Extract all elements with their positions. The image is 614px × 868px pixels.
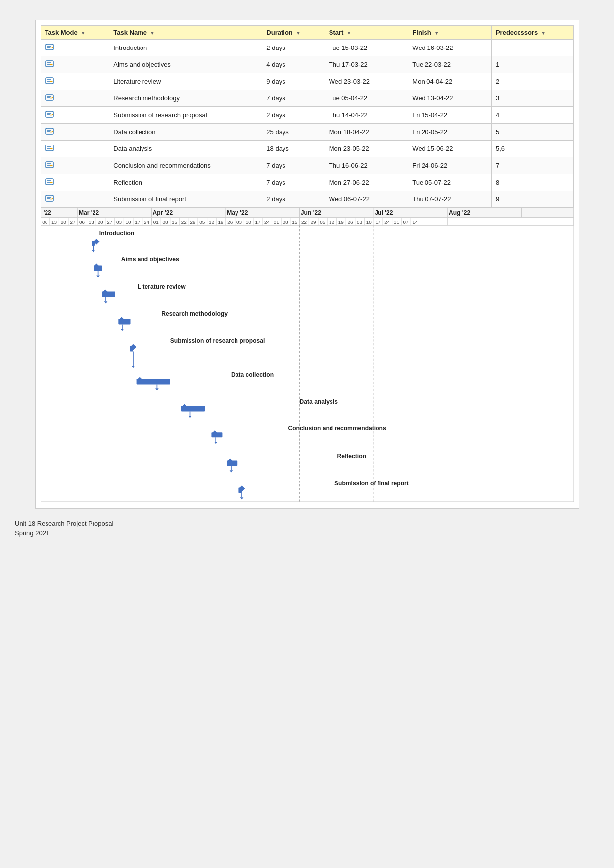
- col-header-taskmode[interactable]: Task Mode ▼: [41, 26, 109, 40]
- svg-text:27: 27: [107, 219, 112, 225]
- start-cell: Mon 23-05-22: [325, 141, 408, 157]
- col-header-duration[interactable]: Duration ▼: [262, 26, 325, 40]
- svg-text:29: 29: [190, 219, 196, 225]
- duration-cell: 7 days: [262, 90, 325, 107]
- duration-cell: 7 days: [262, 174, 325, 191]
- footer-line2: Spring 2021: [15, 530, 49, 537]
- finish-cell: Mon 04-04-22: [408, 73, 492, 90]
- task-name-cell: Literature review: [109, 73, 262, 90]
- task-mode-cell: [41, 157, 109, 174]
- svg-text:'22: '22: [43, 209, 51, 216]
- svg-text:13: 13: [88, 219, 94, 225]
- svg-text:07: 07: [403, 219, 408, 225]
- col-header-taskname[interactable]: Task Name ▼: [109, 26, 262, 40]
- svg-text:22: 22: [181, 219, 186, 225]
- svg-text:Jul '22: Jul '22: [375, 209, 393, 216]
- predecessors-cell: 9: [491, 191, 573, 208]
- duration-cell: 2 days: [262, 191, 325, 208]
- svg-text:26: 26: [227, 219, 233, 225]
- svg-text:17: 17: [375, 219, 380, 225]
- svg-text:Submission of research proposa: Submission of research proposal: [170, 338, 265, 344]
- start-cell: Mon 18-04-22: [325, 124, 408, 141]
- task-name-cell: Aims and objectives: [109, 56, 262, 73]
- svg-text:06: 06: [42, 219, 48, 225]
- col-header-predecessors[interactable]: Predecessors ▼: [491, 26, 573, 40]
- finish-cell: Fri 24-06-22: [408, 157, 492, 174]
- task-mode-icon: [45, 144, 54, 154]
- svg-text:24: 24: [143, 219, 149, 225]
- task-mode-icon: [45, 127, 54, 137]
- task-name-cell: Data collection: [109, 124, 262, 141]
- duration-cell: 7 days: [262, 157, 325, 174]
- task-mode-cell: [41, 56, 109, 73]
- svg-text:19: 19: [218, 219, 224, 225]
- table-row: Research methodology7 daysTue 05-04-22We…: [41, 90, 573, 107]
- task-mode-icon: [45, 76, 54, 87]
- sort-arrow-taskname: ▼: [150, 31, 155, 36]
- svg-rect-185: [181, 406, 204, 411]
- task-mode-cell: [41, 107, 109, 124]
- duration-cell: 18 days: [262, 141, 325, 157]
- svg-rect-160: [94, 266, 101, 271]
- predecessors-cell: 7: [491, 157, 573, 174]
- svg-text:19: 19: [338, 219, 344, 225]
- task-name-cell: Introduction: [109, 40, 262, 56]
- svg-text:05: 05: [199, 219, 205, 225]
- duration-cell: 2 days: [262, 40, 325, 56]
- svg-text:13: 13: [51, 219, 57, 225]
- svg-text:08: 08: [162, 219, 168, 225]
- finish-cell: Fri 15-04-22: [408, 107, 492, 124]
- svg-text:15: 15: [172, 219, 178, 225]
- svg-rect-155: [92, 241, 95, 246]
- col-header-finish[interactable]: Finish ▼: [408, 26, 492, 40]
- duration-cell: 2 days: [262, 107, 325, 124]
- task-name-cell: Data analysis: [109, 141, 262, 157]
- svg-text:01: 01: [273, 219, 279, 225]
- task-mode-cell: [41, 141, 109, 157]
- table-row: Data collection25 daysMon 18-04-22Fri 20…: [41, 124, 573, 141]
- duration-cell: 25 days: [262, 124, 325, 141]
- svg-text:Aims and objectives: Aims and objectives: [121, 256, 179, 263]
- task-mode-icon: [45, 110, 54, 120]
- svg-text:15: 15: [292, 219, 298, 225]
- predecessors-cell: 8: [491, 174, 573, 191]
- svg-text:24: 24: [264, 219, 270, 225]
- svg-text:Jun '22: Jun '22: [300, 209, 321, 216]
- finish-cell: Wed 15-06-22: [408, 141, 492, 157]
- svg-rect-165: [102, 291, 115, 297]
- start-cell: Mon 27-06-22: [325, 174, 408, 191]
- finish-cell: Wed 16-03-22: [408, 40, 492, 56]
- table-row: Literature review9 daysWed 23-03-22Mon 0…: [41, 73, 573, 90]
- svg-text:Research methodology: Research methodology: [161, 310, 228, 317]
- svg-text:08: 08: [283, 219, 288, 225]
- predecessors-cell: 1: [491, 56, 573, 73]
- svg-text:17: 17: [255, 219, 260, 225]
- task-name-cell: Conclusion and recommendations: [109, 157, 262, 174]
- svg-text:Aug '22: Aug '22: [449, 209, 470, 216]
- start-cell: Wed 23-03-22: [325, 73, 408, 90]
- task-mode-icon: [45, 43, 54, 53]
- svg-text:Introduction: Introduction: [99, 230, 134, 237]
- svg-text:Data collection: Data collection: [231, 371, 274, 378]
- svg-text:Apr '22: Apr '22: [152, 209, 173, 216]
- task-mode-cell: [41, 90, 109, 107]
- svg-text:31: 31: [393, 219, 399, 225]
- table-row: Conclusion and recommendations7 daysThu …: [41, 157, 573, 174]
- svg-text:10: 10: [125, 219, 131, 225]
- svg-text:Literature review: Literature review: [137, 283, 185, 290]
- finish-cell: Wed 13-04-22: [408, 90, 492, 107]
- svg-rect-180: [136, 379, 170, 384]
- col-header-start[interactable]: Start ▼: [325, 26, 408, 40]
- start-cell: Tue 05-04-22: [325, 90, 408, 107]
- svg-text:03: 03: [357, 219, 363, 225]
- task-mode-cell: [41, 174, 109, 191]
- svg-text:06: 06: [79, 219, 85, 225]
- duration-cell: 4 days: [262, 56, 325, 73]
- task-mode-cell: [41, 191, 109, 208]
- svg-text:20: 20: [60, 219, 66, 225]
- task-mode-icon: [45, 59, 54, 70]
- finish-cell: Fri 20-05-22: [408, 124, 492, 141]
- sort-arrow-predecessors: ▼: [541, 31, 546, 36]
- start-cell: Thu 14-04-22: [325, 107, 408, 124]
- svg-text:May '22: May '22: [227, 209, 248, 216]
